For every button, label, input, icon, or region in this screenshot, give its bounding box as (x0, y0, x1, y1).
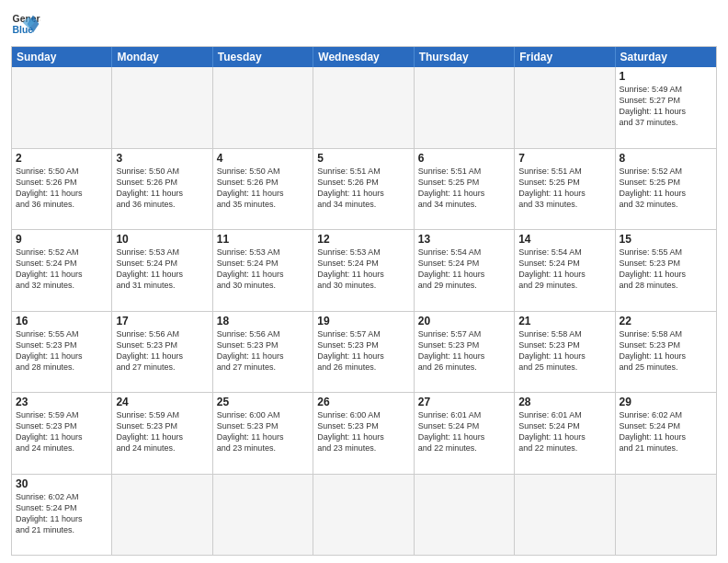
weekday-header-thursday: Thursday (415, 47, 515, 67)
day-cell-15: 15Sunrise: 5:55 AM Sunset: 5:23 PM Dayli… (616, 230, 716, 311)
empty-cell (313, 475, 414, 556)
day-number: 5 (317, 152, 409, 165)
day-cell-22: 22Sunrise: 5:58 AM Sunset: 5:23 PM Dayli… (616, 312, 716, 393)
day-cell-24: 24Sunrise: 5:59 AM Sunset: 5:23 PM Dayli… (112, 393, 212, 474)
day-cell-12: 12Sunrise: 5:53 AM Sunset: 5:24 PM Dayli… (313, 230, 414, 311)
day-info: Sunrise: 5:56 AM Sunset: 5:23 PM Dayligh… (217, 328, 309, 373)
day-number: 4 (217, 152, 309, 165)
day-cell-20: 20Sunrise: 5:57 AM Sunset: 5:23 PM Dayli… (415, 312, 515, 393)
page: General Blue SundayMondayTuesdayWednesda… (0, 0, 728, 563)
day-number: 17 (116, 315, 208, 327)
logo: General Blue (11, 9, 40, 39)
calendar-row-0: 1Sunrise: 5:49 AM Sunset: 5:27 PM Daylig… (12, 67, 716, 148)
day-cell-6: 6Sunrise: 5:51 AM Sunset: 5:25 PM Daylig… (415, 149, 515, 230)
day-cell-2: 2Sunrise: 5:50 AM Sunset: 5:26 PM Daylig… (12, 149, 112, 230)
empty-cell (515, 67, 615, 148)
day-cell-18: 18Sunrise: 5:56 AM Sunset: 5:23 PM Dayli… (213, 312, 313, 393)
empty-cell (213, 475, 313, 556)
day-cell-21: 21Sunrise: 5:58 AM Sunset: 5:23 PM Dayli… (515, 312, 615, 393)
day-info: Sunrise: 5:51 AM Sunset: 5:25 PM Dayligh… (418, 166, 510, 211)
day-cell-5: 5Sunrise: 5:51 AM Sunset: 5:26 PM Daylig… (313, 149, 414, 230)
day-info: Sunrise: 6:02 AM Sunset: 5:24 PM Dayligh… (620, 409, 712, 454)
empty-cell (415, 475, 515, 556)
calendar: SundayMondayTuesdayWednesdayThursdayFrid… (11, 46, 717, 556)
day-info: Sunrise: 5:50 AM Sunset: 5:26 PM Dayligh… (217, 166, 309, 211)
day-number: 29 (620, 396, 712, 408)
day-info: Sunrise: 5:55 AM Sunset: 5:23 PM Dayligh… (620, 247, 712, 292)
empty-cell (313, 67, 414, 148)
day-info: Sunrise: 5:56 AM Sunset: 5:23 PM Dayligh… (116, 328, 208, 373)
day-cell-30: 30Sunrise: 6:02 AM Sunset: 5:24 PM Dayli… (12, 475, 112, 556)
day-info: Sunrise: 6:01 AM Sunset: 5:24 PM Dayligh… (418, 409, 510, 454)
day-info: Sunrise: 6:00 AM Sunset: 5:23 PM Dayligh… (217, 409, 309, 454)
day-number: 15 (620, 233, 712, 246)
calendar-body: 1Sunrise: 5:49 AM Sunset: 5:27 PM Daylig… (12, 67, 716, 555)
weekday-header-saturday: Saturday (616, 47, 716, 67)
weekday-header-friday: Friday (515, 47, 615, 67)
day-info: Sunrise: 6:01 AM Sunset: 5:24 PM Dayligh… (518, 409, 610, 454)
day-info: Sunrise: 5:54 AM Sunset: 5:24 PM Dayligh… (418, 247, 510, 292)
day-info: Sunrise: 5:57 AM Sunset: 5:23 PM Dayligh… (317, 328, 409, 373)
day-number: 24 (116, 396, 208, 408)
weekday-header-monday: Monday (112, 47, 212, 67)
day-info: Sunrise: 5:58 AM Sunset: 5:23 PM Dayligh… (518, 328, 610, 373)
calendar-row-4: 23Sunrise: 5:59 AM Sunset: 5:23 PM Dayli… (12, 392, 716, 474)
day-info: Sunrise: 5:51 AM Sunset: 5:25 PM Dayligh… (518, 166, 610, 211)
day-number: 2 (16, 152, 108, 165)
day-number: 16 (16, 315, 108, 327)
day-info: Sunrise: 5:53 AM Sunset: 5:24 PM Dayligh… (116, 247, 208, 292)
day-number: 1 (620, 70, 712, 83)
day-number: 20 (418, 315, 510, 327)
day-number: 10 (116, 233, 208, 246)
empty-cell (12, 67, 112, 148)
empty-cell (112, 67, 212, 148)
day-info: Sunrise: 6:00 AM Sunset: 5:23 PM Dayligh… (317, 409, 409, 454)
day-info: Sunrise: 5:57 AM Sunset: 5:23 PM Dayligh… (418, 328, 510, 373)
day-cell-3: 3Sunrise: 5:50 AM Sunset: 5:26 PM Daylig… (112, 149, 212, 230)
day-cell-8: 8Sunrise: 5:52 AM Sunset: 5:25 PM Daylig… (616, 149, 716, 230)
day-number: 3 (116, 152, 208, 165)
day-number: 6 (418, 152, 510, 165)
day-cell-28: 28Sunrise: 6:01 AM Sunset: 5:24 PM Dayli… (515, 393, 615, 474)
day-number: 25 (217, 396, 309, 408)
day-info: Sunrise: 5:53 AM Sunset: 5:24 PM Dayligh… (317, 247, 409, 292)
empty-cell (515, 475, 615, 556)
day-number: 28 (518, 396, 610, 408)
calendar-row-3: 16Sunrise: 5:55 AM Sunset: 5:23 PM Dayli… (12, 311, 716, 393)
header: General Blue (11, 9, 717, 39)
day-number: 21 (518, 315, 610, 327)
weekday-header-sunday: Sunday (12, 47, 112, 67)
day-cell-17: 17Sunrise: 5:56 AM Sunset: 5:23 PM Dayli… (112, 312, 212, 393)
day-info: Sunrise: 5:59 AM Sunset: 5:23 PM Dayligh… (16, 409, 108, 454)
day-info: Sunrise: 5:58 AM Sunset: 5:23 PM Dayligh… (620, 328, 712, 373)
day-cell-16: 16Sunrise: 5:55 AM Sunset: 5:23 PM Dayli… (12, 312, 112, 393)
day-info: Sunrise: 5:54 AM Sunset: 5:24 PM Dayligh… (518, 247, 610, 292)
empty-cell (616, 475, 716, 556)
empty-cell (213, 67, 313, 148)
day-info: Sunrise: 5:59 AM Sunset: 5:23 PM Dayligh… (116, 409, 208, 454)
day-number: 18 (217, 315, 309, 327)
weekday-header-wednesday: Wednesday (313, 47, 414, 67)
calendar-row-1: 2Sunrise: 5:50 AM Sunset: 5:26 PM Daylig… (12, 148, 716, 230)
day-number: 30 (16, 477, 108, 490)
empty-cell (112, 475, 212, 556)
calendar-row-5: 30Sunrise: 6:02 AM Sunset: 5:24 PM Dayli… (12, 474, 716, 556)
generalblue-logo-icon: General Blue (11, 9, 40, 39)
day-cell-23: 23Sunrise: 5:59 AM Sunset: 5:23 PM Dayli… (12, 393, 112, 474)
day-number: 11 (217, 233, 309, 246)
day-info: Sunrise: 5:52 AM Sunset: 5:24 PM Dayligh… (16, 247, 108, 292)
day-number: 12 (317, 233, 409, 246)
calendar-row-2: 9Sunrise: 5:52 AM Sunset: 5:24 PM Daylig… (12, 229, 716, 311)
day-cell-10: 10Sunrise: 5:53 AM Sunset: 5:24 PM Dayli… (112, 230, 212, 311)
empty-cell (415, 67, 515, 148)
weekday-header-tuesday: Tuesday (213, 47, 313, 67)
day-number: 13 (418, 233, 510, 246)
day-number: 26 (317, 396, 409, 408)
day-info: Sunrise: 5:50 AM Sunset: 5:26 PM Dayligh… (16, 166, 108, 211)
day-cell-11: 11Sunrise: 5:53 AM Sunset: 5:24 PM Dayli… (213, 230, 313, 311)
day-number: 9 (16, 233, 108, 246)
day-info: Sunrise: 5:55 AM Sunset: 5:23 PM Dayligh… (16, 328, 108, 373)
day-cell-13: 13Sunrise: 5:54 AM Sunset: 5:24 PM Dayli… (415, 230, 515, 311)
day-info: Sunrise: 5:52 AM Sunset: 5:25 PM Dayligh… (620, 166, 712, 211)
day-cell-29: 29Sunrise: 6:02 AM Sunset: 5:24 PM Dayli… (616, 393, 716, 474)
